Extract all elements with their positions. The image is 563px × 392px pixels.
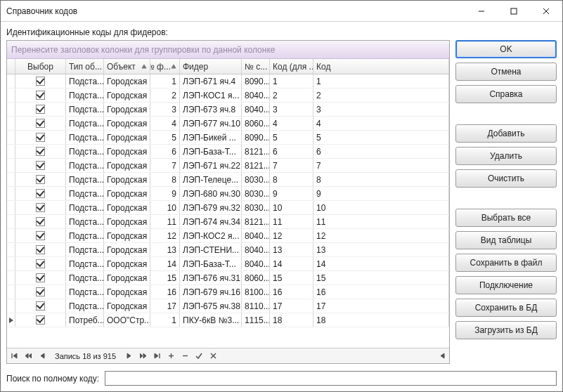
table-row[interactable]: Потреб...ООО"Стр...1ПКУ-6кВ №3...1115...… (7, 313, 449, 327)
search-input[interactable] (105, 371, 557, 386)
checkbox-icon[interactable] (36, 287, 45, 296)
cell-select[interactable] (15, 285, 66, 299)
nav-cancel-button[interactable] (206, 348, 220, 364)
nav-last-button[interactable] (150, 348, 164, 364)
grid-body[interactable]: Подста...Городская1ЛЭП-671 яч.48090...11… (7, 74, 449, 348)
checkbox-icon[interactable] (36, 231, 45, 240)
table-row[interactable]: Подста...Городская14ЛЭП-База-Т...8040...… (7, 257, 449, 271)
table-row[interactable]: Подста...Городская6ЛЭП-База-Т...8121...6… (7, 145, 449, 159)
checkbox-icon[interactable] (36, 259, 45, 268)
cell-code: 1 (313, 74, 449, 88)
row-indicator (7, 117, 15, 130)
checkbox-icon[interactable] (36, 273, 45, 282)
column-feeder[interactable]: Фидер (180, 59, 242, 74)
column-nfeed[interactable]: № ф... (150, 59, 180, 74)
checkbox-icon[interactable] (36, 245, 45, 254)
connection-button[interactable]: Подключение (455, 276, 557, 294)
cell-select[interactable] (15, 89, 66, 102)
table-row[interactable]: Подста...Городская5ЛЭП-Бикей ...8090...5… (7, 131, 449, 145)
checkbox-icon[interactable] (36, 161, 45, 170)
nav-scroll-left-button[interactable] (435, 348, 449, 364)
checkbox-icon[interactable] (36, 301, 45, 311)
table-row[interactable]: Подста...Городская15ЛЭП-676 яч.318060...… (7, 271, 449, 285)
minimize-button[interactable] (465, 1, 498, 22)
table-row[interactable]: Подста...Городская4ЛЭП-677 яч.108060...4… (7, 117, 449, 131)
save-to-db-button[interactable]: Сохранить в БД (455, 299, 557, 317)
group-by-panel[interactable]: Перенесите заголовок колонки для группир… (7, 41, 449, 59)
checkbox-icon[interactable] (36, 77, 45, 86)
nav-insert-button[interactable] (164, 348, 178, 364)
select-all-button[interactable]: Выбрать все (455, 209, 557, 227)
table-row[interactable]: Подста...Городская13ЛЭП-СТЕНИ...8040...1… (7, 243, 449, 257)
checkbox-icon[interactable] (36, 105, 45, 114)
column-code[interactable]: Код (313, 59, 449, 74)
checkbox-icon[interactable] (36, 189, 45, 198)
cell-select[interactable] (15, 173, 66, 186)
table-row[interactable]: Подста...Городская9ЛЭП-680 яч.308030...9… (7, 187, 449, 201)
cell-type: Подста... (66, 201, 104, 214)
clear-button[interactable]: Очистить (455, 169, 557, 188)
column-select[interactable]: Выбор (15, 59, 66, 74)
column-type[interactable]: Тип об... (66, 59, 104, 74)
checkbox-icon[interactable] (36, 119, 45, 128)
table-row[interactable]: Подста...Городская11ЛЭП-674 яч.348121...… (7, 215, 449, 229)
ok-button[interactable]: OK (455, 40, 557, 58)
help-button[interactable]: Справка (455, 85, 557, 103)
delete-button[interactable]: Удалить (455, 147, 557, 165)
cell-type: Подста... (66, 243, 104, 256)
cell-select[interactable] (15, 74, 66, 88)
nav-prev-button[interactable] (35, 348, 49, 364)
checkbox-icon[interactable] (36, 133, 45, 142)
cell-select[interactable] (15, 201, 66, 214)
checkbox-icon[interactable] (36, 203, 45, 212)
cell-code: 9 (313, 187, 449, 200)
save-to-file-button[interactable]: Сохранить в файл (455, 254, 557, 272)
cell-select[interactable] (15, 313, 66, 327)
checkbox-icon[interactable] (36, 91, 45, 100)
table-row[interactable]: Подста...Городская16ЛЭП-679 яч.168100...… (7, 285, 449, 299)
table-row[interactable]: Подста...Городская8ЛЭП-Телеце...8030...8… (7, 173, 449, 187)
load-from-db-button[interactable]: Загрузить из БД (455, 321, 557, 339)
cell-select[interactable] (15, 299, 66, 313)
table-row[interactable]: Подста...Городская2ЛЭП-КОС1 я...8040...2… (7, 89, 449, 103)
cancel-button[interactable]: Отмена (455, 63, 557, 81)
checkbox-icon[interactable] (36, 315, 45, 325)
cell-select[interactable] (15, 257, 66, 270)
cell-code: 14 (313, 257, 449, 270)
cell-select[interactable] (15, 117, 66, 130)
table-row[interactable]: Подста...Городская12ЛЭП-КОС2 я...8040...… (7, 229, 449, 243)
nav-delete-button[interactable] (178, 348, 192, 364)
column-indicator[interactable] (7, 59, 15, 74)
checkbox-icon[interactable] (36, 147, 45, 156)
nav-prev-page-button[interactable] (21, 348, 35, 364)
table-row[interactable]: Подста...Городская17ЛЭП-675 яч.388110...… (7, 299, 449, 313)
cell-select[interactable] (15, 187, 66, 200)
column-code-for[interactable]: Код (для ... (270, 59, 313, 74)
table-row[interactable]: Подста...Городская1ЛЭП-671 яч.48090...11 (7, 74, 449, 89)
nav-post-button[interactable] (192, 348, 206, 364)
cell-select[interactable] (15, 215, 66, 228)
maximize-button[interactable] (498, 1, 530, 22)
cell-select[interactable] (15, 131, 66, 144)
cell-select[interactable] (15, 103, 66, 116)
cell-select[interactable] (15, 229, 66, 242)
cell-select[interactable] (15, 243, 66, 256)
cell-nsch: 8040... (242, 103, 270, 116)
cell-select[interactable] (15, 145, 66, 158)
cell-select[interactable] (15, 159, 66, 172)
cell-select[interactable] (15, 271, 66, 285)
column-nsch[interactable]: № с... (242, 59, 270, 74)
nav-first-button[interactable] (7, 348, 21, 364)
checkbox-icon[interactable] (36, 217, 45, 226)
nav-next-page-button[interactable] (136, 348, 150, 364)
checkbox-icon[interactable] (36, 175, 45, 184)
add-button[interactable]: Добавить (455, 124, 557, 143)
table-row[interactable]: Подста...Городская7ЛЭП-671 яч.228121...7… (7, 159, 449, 173)
table-row[interactable]: Подста...Городская10ЛЭП-679 яч.328030...… (7, 201, 449, 215)
cell-nsch: 8040... (242, 257, 270, 270)
close-button[interactable] (530, 1, 562, 22)
table-row[interactable]: Подста...Городская3ЛЭП-673 яч.88040...33 (7, 103, 449, 117)
table-view-button[interactable]: Вид таблицы (455, 231, 557, 249)
column-object[interactable]: Объект (104, 59, 150, 74)
nav-next-button[interactable] (122, 348, 136, 364)
